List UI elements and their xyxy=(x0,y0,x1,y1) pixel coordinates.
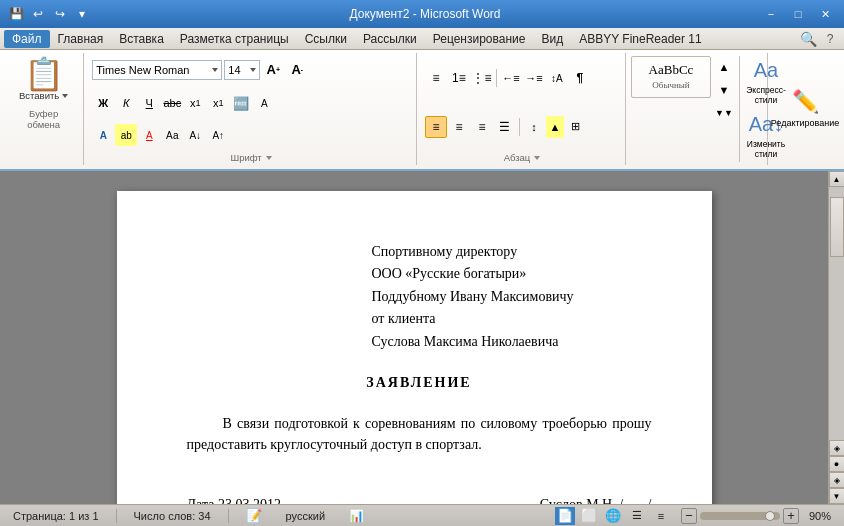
scroll-up-button[interactable]: ▲ xyxy=(829,171,845,187)
paragraph-label: Абзац xyxy=(425,152,619,163)
bullet-list-button[interactable]: ≡ xyxy=(425,67,447,89)
zoom-thumb[interactable] xyxy=(765,511,775,521)
show-marks-button[interactable]: ¶ xyxy=(569,67,591,89)
font-extra-row: A ab A Аа А↓ А↑ xyxy=(92,124,229,146)
ribbon: 📋 Вставить Буфер обмена Times New Roman … xyxy=(0,50,844,171)
scroll-prev-page-button[interactable]: ◈ xyxy=(829,440,845,456)
document-container: Спортивному директору ООО «Русские богат… xyxy=(0,171,844,504)
close-button[interactable]: ✕ xyxy=(812,4,838,24)
draft-view-button[interactable]: ≡ xyxy=(651,507,671,525)
document-title: ЗАЯВЛЕНИЕ xyxy=(187,373,652,393)
styles-normal[interactable]: AaBbCcОбычный xyxy=(631,56,711,98)
font-group: Times New Roman 14 A+ A- Ж К Ч abc x1 xyxy=(86,53,417,165)
web-view-button[interactable]: 🌐 xyxy=(603,507,623,525)
menu-file[interactable]: Файл xyxy=(4,30,50,48)
align-left-button[interactable]: ≡ xyxy=(425,116,447,138)
undo-icon[interactable]: ↩ xyxy=(28,4,48,24)
paste-button[interactable]: 📋 Вставить xyxy=(12,55,75,104)
clear-format-button[interactable]: 🆓 xyxy=(230,92,252,114)
quick-access-toolbar: 💾 ↩ ↪ ▾ xyxy=(6,4,92,24)
address-line-5: Суслова Максима Николаевича xyxy=(372,331,652,353)
zoom-out-button[interactable]: − xyxy=(681,508,697,524)
increase-font-btn[interactable]: A+ xyxy=(262,59,284,81)
bold-button[interactable]: Ж xyxy=(92,92,114,114)
zoom-level[interactable]: 90% xyxy=(802,508,838,524)
font-name-row: Times New Roman 14 A+ A- xyxy=(92,59,308,81)
menu-view[interactable]: Вид xyxy=(533,30,571,48)
align-right-button[interactable]: ≡ xyxy=(471,116,493,138)
menu-home[interactable]: Главная xyxy=(50,30,112,48)
scroll-select-browse-button[interactable]: ● xyxy=(829,456,845,472)
address-block: Спортивному директору ООО «Русские богат… xyxy=(372,241,652,353)
underline-button[interactable]: Ч xyxy=(138,92,160,114)
highlight-button[interactable]: ab xyxy=(115,124,137,146)
line-spacing-button[interactable]: ↕ xyxy=(523,116,545,138)
full-screen-view-button[interactable]: ⬜ xyxy=(579,507,599,525)
spell-check-icon[interactable]: 📝 xyxy=(239,506,269,525)
customize-icon[interactable]: ▾ xyxy=(72,4,92,24)
language-indicator[interactable]: русский xyxy=(279,508,332,524)
borders-button[interactable]: ⊞ xyxy=(565,116,587,138)
redo-icon[interactable]: ↪ xyxy=(50,4,70,24)
help-search-icon[interactable]: 🔍 xyxy=(798,29,818,49)
case-button[interactable]: Аа xyxy=(161,124,183,146)
subscript-button[interactable]: x1 xyxy=(184,92,206,114)
editing-button[interactable]: ✏️ Редактирование xyxy=(783,82,827,134)
page-indicator[interactable]: Страница: 1 из 1 xyxy=(6,508,106,524)
italic-button[interactable]: К xyxy=(115,92,137,114)
font-name-selector[interactable]: Times New Roman xyxy=(92,60,222,80)
menu-review[interactable]: Рецензирование xyxy=(425,30,534,48)
word-count[interactable]: Число слов: 34 xyxy=(127,508,218,524)
footer-signature: Суслов М.Н. / / xyxy=(540,495,652,504)
ribbon-content: 📋 Вставить Буфер обмена Times New Roman … xyxy=(0,50,844,169)
scrollbar-track[interactable] xyxy=(829,187,845,440)
editing-controls: ✏️ Редактирование xyxy=(783,55,827,161)
menu-abbyy[interactable]: ABBYY FineReader 11 xyxy=(571,30,710,48)
status-right: 📄 ⬜ 🌐 ☰ ≡ − + 90% xyxy=(555,507,838,525)
menu-references[interactable]: Ссылки xyxy=(297,30,355,48)
align-center-button[interactable]: ≡ xyxy=(448,116,470,138)
grow-font-button[interactable]: А↑ xyxy=(207,124,229,146)
scroll-next-page-button[interactable]: ◈ xyxy=(829,472,845,488)
track-changes-icon[interactable]: 📊 xyxy=(342,507,371,525)
justify-button[interactable]: ☰ xyxy=(494,116,516,138)
strikethrough-button[interactable]: abc xyxy=(161,92,183,114)
window-controls: − □ ✕ xyxy=(758,4,838,24)
scroll-down-button[interactable]: ▼ xyxy=(829,488,845,504)
shrink-font-button[interactable]: А↓ xyxy=(184,124,206,146)
scrollbar-thumb[interactable] xyxy=(830,197,844,257)
help-icon[interactable]: ? xyxy=(820,29,840,49)
text-effects-button[interactable]: A xyxy=(92,124,114,146)
styles-up-button[interactable]: ▲ xyxy=(713,56,735,78)
menu-insert[interactable]: Вставка xyxy=(111,30,172,48)
numbered-list-button[interactable]: 1≡ xyxy=(448,67,470,89)
outline-view-button[interactable]: ☰ xyxy=(627,507,647,525)
shading-button[interactable]: ▲ xyxy=(546,116,564,138)
print-layout-view-button[interactable]: 📄 xyxy=(555,507,575,525)
menu-mailings[interactable]: Рассылки xyxy=(355,30,425,48)
maximize-button[interactable]: □ xyxy=(785,4,811,24)
decrease-indent-button[interactable]: ←≡ xyxy=(500,67,522,89)
save-icon[interactable]: 💾 xyxy=(6,4,26,24)
superscript-button[interactable]: x1 xyxy=(207,92,229,114)
zoom-slider[interactable] xyxy=(700,512,780,520)
decrease-font-btn[interactable]: A- xyxy=(286,59,308,81)
document-scroll-area[interactable]: Спортивному директору ООО «Русские богат… xyxy=(0,171,828,504)
address-line-4: от клиента xyxy=(372,308,652,330)
address-line-3: Поддубному Ивану Максимовичу xyxy=(372,286,652,308)
address-line-2: ООО «Русские богатыри» xyxy=(372,263,652,285)
font-color-button[interactable]: A xyxy=(253,92,275,114)
menu-layout[interactable]: Разметка страницы xyxy=(172,30,297,48)
minimize-button[interactable]: − xyxy=(758,4,784,24)
paste-icon: 📋 xyxy=(24,58,64,90)
document-page[interactable]: Спортивному директору ООО «Русские богат… xyxy=(117,191,712,504)
styles-more-button[interactable]: ▼▼ xyxy=(713,102,735,124)
sort-button[interactable]: ↕A xyxy=(546,67,568,89)
font-color-button2[interactable]: A xyxy=(138,124,160,146)
font-size-selector[interactable]: 14 xyxy=(224,60,260,80)
increase-indent-button[interactable]: →≡ xyxy=(523,67,545,89)
styles-down-button[interactable]: ▼ xyxy=(713,79,735,101)
status-bar: Страница: 1 из 1 Число слов: 34 📝 русски… xyxy=(0,504,844,526)
multilevel-list-button[interactable]: ⋮≡ xyxy=(471,67,493,89)
zoom-in-button[interactable]: + xyxy=(783,508,799,524)
